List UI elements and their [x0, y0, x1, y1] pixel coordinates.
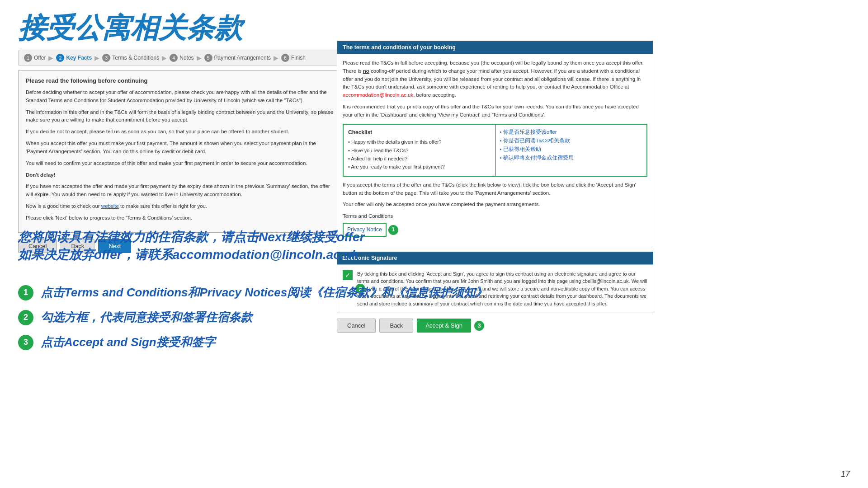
step-finish: 6 Finish [281, 54, 306, 62]
annotation-line1: 您将阅读具有法律效力的住宿条款，请点击Next继续接受offer [18, 228, 364, 246]
content-box-title: Please read the following before continu… [26, 77, 336, 84]
dont-delay: Don't delay! [26, 171, 336, 179]
step-annotation-text-2: 勾选方框，代表同意接受和签署住宿条款 [41, 310, 252, 325]
step-terms: 3 Terms & Conditions [102, 54, 159, 62]
para-3: If you decide not to accept, please tell… [26, 128, 336, 136]
step-circle-2: 2 [18, 310, 33, 325]
step-label-terms: Terms & Conditions [112, 55, 159, 61]
terms-body-4: Your offer will only be accepted once yo… [343, 201, 647, 209]
step-annotation-3: 3 点击Accept and Sign接受和签字 [18, 334, 487, 350]
checklist-item-1: Happy with the details given in this off… [348, 139, 491, 145]
arrow-3: ▶ [162, 54, 167, 61]
checklist-item-3: Asked for help if needed? [348, 155, 491, 162]
right-box-body: Please read the T&Cs in full before acce… [337, 54, 653, 246]
para-5: You will need to confirm your acceptance… [26, 160, 336, 168]
step-num-1: 1 [24, 54, 32, 62]
right-box-header: The terms and conditions of your booking [337, 41, 653, 54]
step-circle-3: 3 [18, 335, 33, 350]
para-6: If you have not accepted the offer and m… [26, 183, 336, 199]
checklist-item-2: Have you read the T&Cs? [348, 147, 491, 154]
checklist-section: Checklist Happy with the details given i… [343, 124, 647, 177]
step-label-offer: Offer [34, 55, 46, 61]
terms-conditions-label-text: Terms and Conditions [343, 212, 647, 221]
right-box: The terms and conditions of your booking… [337, 41, 653, 246]
checklist-left: Checklist Happy with the details given i… [344, 125, 495, 176]
checklist-zh-3: 已获得相关帮助 [500, 145, 642, 153]
step-label-payment: Payment Arrangements [214, 55, 271, 61]
para-7: Now is a good time to check our website … [26, 202, 336, 211]
checklist-zh-1: 你是否乐意接受该offer [500, 128, 642, 136]
progress-bar: 1 Offer ▶ 2 Key Facts ▶ 3 Terms & Condit… [18, 50, 344, 66]
annotation-line2: 如果决定放弃offer，请联系accommodation@lincoln.ac.… [18, 246, 364, 263]
step-num-2: 2 [56, 54, 64, 62]
checklist-item-4: Are you ready to make your first payment… [348, 164, 491, 170]
checklist-zh-4: 确认即将支付押金或住宿费用 [500, 154, 642, 161]
email-link[interactable]: accommodation@lincoln.ac.uk [343, 92, 413, 98]
checklist-title: Checklist [348, 128, 491, 137]
accept-checkbox[interactable]: ✓ [343, 270, 353, 280]
badge-1: 1 [388, 225, 398, 235]
para-2: The information in this offer and in the… [26, 108, 336, 125]
step-annotation-text-3: 点击Accept and Sign接受和签字 [41, 334, 215, 350]
step-annotation-text-1: 点击Terms and Conditions和Privacy Notices阅读… [41, 285, 487, 300]
para-4: When you accept this offer you must make… [26, 140, 336, 156]
step-annotation-2: 2 勾选方框，代表同意接受和签署住宿条款 [18, 310, 487, 325]
page-title: 接受公寓相关条款 [18, 9, 242, 47]
arrow-1: ▶ [48, 54, 53, 61]
step-label-notes: Notes [179, 55, 193, 61]
checklist-right: 你是否乐意接受该offer 你是否已阅读T&Cs相关条款 已获得相关帮助 确认即… [495, 125, 647, 176]
arrow-4: ▶ [197, 54, 202, 61]
step-label-finish: Finish [291, 55, 306, 61]
website-link[interactable]: website [101, 203, 119, 209]
step-circle-1: 1 [18, 285, 33, 300]
step-num-6: 6 [281, 54, 289, 62]
arrow-5: ▶ [274, 54, 278, 61]
step-num-4: 4 [170, 54, 178, 62]
step-annotation-1: 1 点击Terms and Conditions和Privacy Notices… [18, 285, 487, 300]
terms-body-3: If you accept the terms of the offer and… [343, 181, 647, 197]
step-label-keyfacts: Key Facts [66, 55, 92, 61]
steps-section: 1 点击Terms and Conditions和Privacy Notices… [18, 285, 487, 359]
arrow-2: ▶ [94, 54, 99, 61]
terms-link-section: Terms and Conditions Privacy Notice 1 [343, 212, 647, 237]
step-notes: 4 Notes [170, 54, 193, 62]
checklist-zh-2: 你是否已阅读T&Cs相关条款 [500, 137, 642, 144]
annotation-subtitle: 您将阅读具有法律效力的住宿条款，请点击Next继续接受offer 如果决定放弃o… [18, 228, 364, 263]
esig-header: Electronic Signature [337, 252, 653, 264]
para-8: Please click 'Next' below to progress to… [26, 214, 336, 222]
terms-body-1: Please read the T&Cs in full before acce… [343, 59, 647, 99]
left-content-box: Please read the following before continu… [18, 70, 344, 233]
left-panel: 1 Offer ▶ 2 Key Facts ▶ 3 Terms & Condit… [18, 50, 344, 253]
step-offer: 1 Offer [24, 54, 46, 62]
step-num-3: 3 [102, 54, 110, 62]
step-keyfacts: 2 Key Facts [56, 54, 92, 62]
para-1: Before deciding whether to accept your o… [26, 89, 336, 105]
terms-body-2: It is recommended that you print a copy … [343, 103, 647, 119]
step-num-5: 5 [204, 54, 212, 62]
step-payment: 5 Payment Arrangements [204, 54, 271, 62]
page-number: 17 [841, 469, 850, 479]
